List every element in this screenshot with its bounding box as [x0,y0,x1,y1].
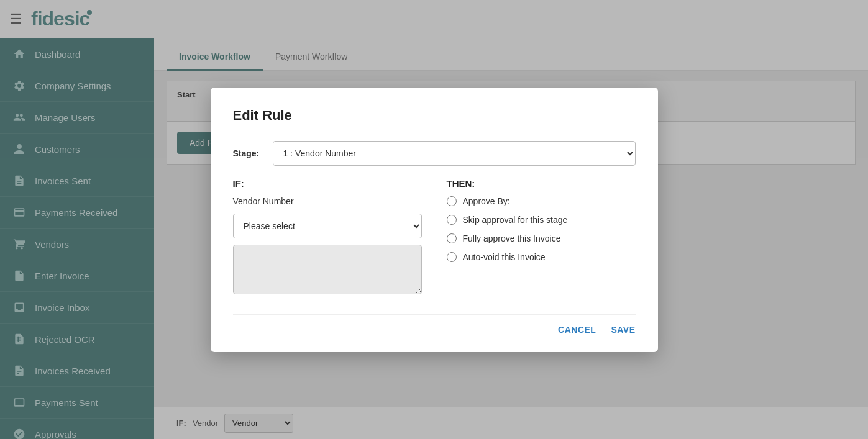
radio-skip-approval[interactable]: Skip approval for this stage [447,215,636,225]
vendor-textarea[interactable] [233,245,422,294]
if-section-label: IF: [233,178,422,189]
radio-auto-void[interactable]: Auto-void this Invoice [447,252,636,262]
radio-skip-approval-input[interactable] [447,215,457,225]
stage-select[interactable]: 1 : Vendor Number 2 : GL Segment 3 : Amo… [273,141,636,166]
radio-approve-by[interactable]: Approve By: [447,196,636,206]
modal-if-section: IF: Vendor Number Please select Equals N… [233,178,422,297]
modal-title: Edit Rule [233,107,636,124]
save-button[interactable]: SAVE [611,325,635,335]
modal-then-section: THEN: Approve By: Skip approval for this… [447,178,636,297]
radio-approve-by-input[interactable] [447,196,457,206]
vendor-number-label: Vendor Number [233,196,422,206]
radio-fully-approve-input[interactable] [447,233,457,243]
stage-row: Stage: 1 : Vendor Number 2 : GL Segment … [233,141,636,166]
radio-auto-void-input[interactable] [447,252,457,262]
radio-approve-by-label: Approve By: [463,196,510,206]
stage-label: Stage: [233,148,265,158]
radio-fully-approve[interactable]: Fully approve this Invoice [447,233,636,243]
modal-footer: CANCEL SAVE [233,314,636,335]
edit-rule-modal: Edit Rule Stage: 1 : Vendor Number 2 : G… [211,88,658,352]
radio-auto-void-label: Auto-void this Invoice [463,252,546,262]
radio-fully-approve-label: Fully approve this Invoice [463,233,561,243]
modal-body: IF: Vendor Number Please select Equals N… [233,178,636,297]
radio-skip-approval-label: Skip approval for this stage [463,215,568,225]
then-section-label: THEN: [447,178,636,189]
modal-overlay: Edit Rule Stage: 1 : Vendor Number 2 : G… [0,0,868,439]
vendor-select[interactable]: Please select Equals Not Equals Contains… [233,214,422,238]
cancel-button[interactable]: CANCEL [558,325,596,335]
